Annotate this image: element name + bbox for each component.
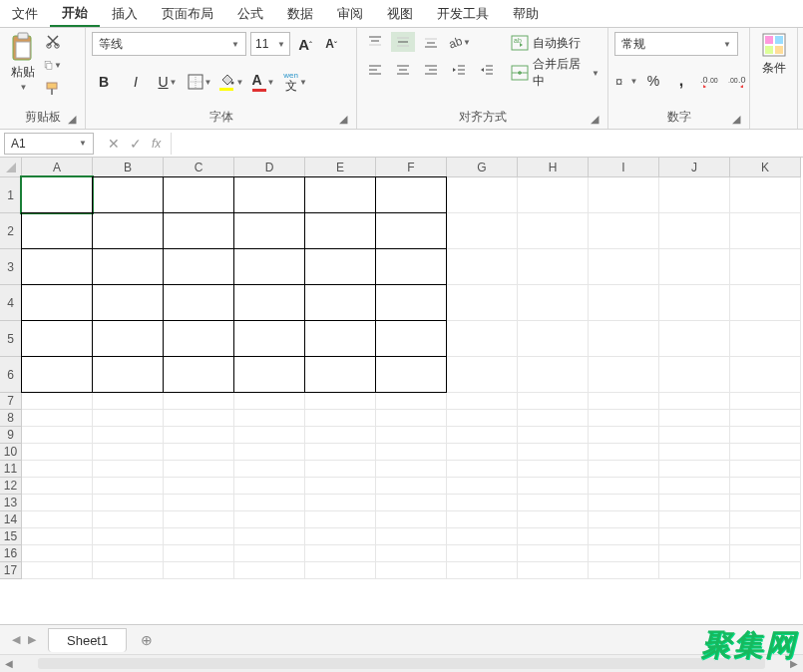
cell[interactable] [234, 562, 305, 579]
cell[interactable] [589, 511, 659, 528]
cell[interactable] [164, 410, 234, 427]
align-bottom-button[interactable] [419, 32, 443, 52]
cell[interactable] [447, 444, 518, 461]
cell[interactable] [730, 321, 801, 357]
row-header[interactable]: 11 [0, 461, 22, 478]
cell[interactable] [518, 545, 589, 562]
cell[interactable] [659, 461, 730, 478]
cell[interactable] [376, 495, 447, 511]
tab-page-layout[interactable]: 页面布局 [150, 0, 225, 27]
cell[interactable] [518, 444, 589, 461]
cell[interactable] [22, 410, 93, 427]
cell[interactable] [376, 562, 447, 579]
row-header[interactable]: 6 [0, 357, 22, 393]
cell[interactable] [22, 393, 93, 410]
cell[interactable] [589, 427, 659, 444]
cell[interactable] [447, 427, 518, 444]
fill-color-button[interactable]: ▼ [219, 70, 243, 94]
comma-style-button[interactable]: , [670, 70, 692, 92]
align-right-button[interactable] [419, 60, 443, 80]
cell[interactable] [447, 410, 518, 427]
cell[interactable] [164, 562, 234, 579]
borders-button[interactable]: ▼ [188, 70, 211, 94]
cell[interactable] [659, 357, 730, 393]
row-header[interactable]: 12 [0, 478, 22, 495]
cell[interactable] [659, 321, 730, 357]
cell[interactable] [233, 356, 305, 393]
cell[interactable] [22, 528, 93, 545]
scroll-right-icon[interactable]: ▶ [785, 655, 803, 672]
cell[interactable] [163, 248, 234, 285]
cell[interactable] [93, 562, 164, 579]
cell[interactable] [163, 320, 234, 357]
cell[interactable] [22, 562, 93, 579]
cell[interactable] [659, 393, 730, 410]
cell[interactable] [21, 248, 93, 285]
tab-file[interactable]: 文件 [0, 0, 50, 27]
increase-font-button[interactable]: Aˆ [294, 32, 316, 56]
cell[interactable] [234, 427, 305, 444]
cell[interactable] [730, 545, 801, 562]
merge-center-button[interactable]: 合并后居中▼ [509, 62, 602, 84]
cell[interactable] [376, 444, 447, 461]
tab-developer[interactable]: 开发工具 [425, 0, 501, 27]
cell[interactable] [163, 356, 234, 393]
cell[interactable] [447, 478, 518, 495]
cell[interactable] [730, 495, 801, 511]
cell[interactable] [447, 495, 518, 511]
column-header[interactable]: F [376, 158, 447, 177]
row-header[interactable]: 1 [0, 177, 22, 213]
cell[interactable] [447, 393, 518, 410]
cell[interactable] [22, 545, 93, 562]
cell[interactable] [589, 177, 659, 213]
cell[interactable] [589, 249, 659, 285]
formula-input[interactable] [171, 133, 803, 155]
cell[interactable] [730, 427, 801, 444]
cut-icon[interactable] [44, 32, 62, 50]
copy-icon[interactable]: ▼ [44, 56, 62, 74]
cell[interactable] [589, 285, 659, 321]
cell[interactable] [375, 284, 447, 321]
cell[interactable] [305, 495, 376, 511]
cell[interactable] [589, 478, 659, 495]
cell[interactable] [589, 321, 659, 357]
cell[interactable] [447, 285, 518, 321]
cell[interactable] [304, 356, 376, 393]
cell[interactable] [233, 320, 305, 357]
cell[interactable] [164, 461, 234, 478]
cell[interactable] [376, 528, 447, 545]
format-painter-icon[interactable] [44, 80, 62, 98]
cell[interactable] [376, 410, 447, 427]
font-size-dropdown[interactable]: 11▼ [250, 32, 290, 56]
cell[interactable] [730, 285, 801, 321]
cell[interactable] [518, 478, 589, 495]
cell[interactable] [376, 461, 447, 478]
tab-help[interactable]: 帮助 [501, 0, 551, 27]
cell[interactable] [93, 495, 164, 511]
cell[interactable] [659, 562, 730, 579]
cell[interactable] [22, 427, 93, 444]
row-header[interactable]: 5 [0, 321, 22, 357]
row-header[interactable]: 16 [0, 545, 22, 562]
row-header[interactable]: 13 [0, 495, 22, 511]
cell[interactable] [163, 212, 234, 249]
font-color-button[interactable]: A▼ [251, 70, 275, 94]
cell[interactable] [659, 478, 730, 495]
cell[interactable] [233, 212, 305, 249]
number-format-dropdown[interactable]: 常规▼ [614, 32, 738, 56]
cell[interactable] [93, 427, 164, 444]
cell[interactable] [305, 511, 376, 528]
cell[interactable] [589, 528, 659, 545]
cell[interactable] [304, 176, 376, 213]
cell[interactable] [730, 357, 801, 393]
cell[interactable] [659, 545, 730, 562]
decrease-decimal-button[interactable]: .00.0 [726, 70, 748, 92]
cell[interactable] [305, 528, 376, 545]
cell[interactable] [518, 357, 589, 393]
cell[interactable] [659, 444, 730, 461]
cell[interactable] [447, 545, 518, 562]
cell[interactable] [164, 511, 234, 528]
row-header[interactable]: 8 [0, 410, 22, 427]
cell[interactable] [305, 545, 376, 562]
cell[interactable] [233, 176, 305, 213]
